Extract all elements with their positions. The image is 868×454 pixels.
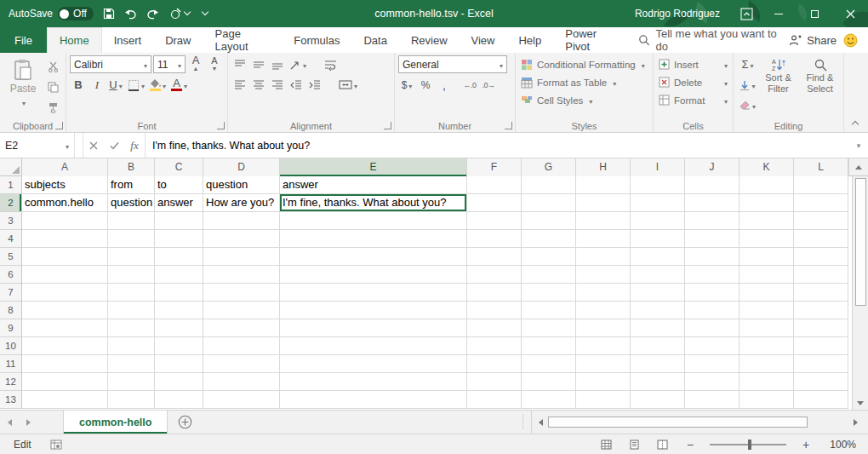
cell-I5[interactable] [631,248,685,266]
ribbon-tab-draw[interactable]: Draw [153,27,203,53]
redo-button[interactable] [146,4,160,23]
cell-H12[interactable] [576,373,631,391]
view-page-break-button[interactable] [654,436,671,453]
cell-L11[interactable] [794,355,848,373]
ribbon-display-options-button[interactable] [732,0,761,27]
cell-I10[interactable] [631,337,685,355]
touch-mouse-mode-button[interactable] [168,4,190,23]
cell-G4[interactable] [522,230,576,248]
cell-H13[interactable] [576,391,631,409]
comma-style-button[interactable]: , [436,76,453,94]
cell-G9[interactable] [522,319,576,337]
cell-G7[interactable] [522,284,576,302]
cell-B8[interactable] [108,302,155,319]
ribbon-tab-home[interactable]: Home [47,27,102,53]
formula-bar-gripper[interactable] [75,133,83,158]
collapse-ribbon-button[interactable] [848,117,863,129]
ribbon-tab-insert[interactable]: Insert [102,27,154,53]
formula-input[interactable]: I'm fine, thanks. What about you? [145,133,849,158]
cell-C5[interactable] [155,248,203,266]
cell-C4[interactable] [155,230,203,248]
cell-K11[interactable] [740,355,794,373]
cell-H2[interactable] [576,194,631,212]
cell-G3[interactable] [522,212,576,230]
cell-H4[interactable] [576,230,631,248]
cell-E13[interactable] [280,391,467,409]
cell-D8[interactable] [203,302,280,319]
column-header-H[interactable]: H [576,158,631,176]
paste-button[interactable]: Paste [3,55,43,118]
share-button[interactable]: Share [789,27,837,53]
cell-F4[interactable] [467,230,522,248]
cell-B6[interactable] [108,266,155,284]
close-button[interactable] [832,0,868,27]
name-box[interactable]: E2 [0,133,75,158]
cell-K7[interactable] [740,284,794,302]
cancel-button[interactable] [83,133,104,158]
cell-K2[interactable] [740,194,794,212]
cell-K8[interactable] [740,302,794,319]
cell-G13[interactable] [522,391,576,409]
cell-L4[interactable] [794,230,848,248]
cell-C8[interactable] [155,302,203,319]
row-header-7[interactable]: 7 [0,284,22,302]
undo-button[interactable] [124,4,138,23]
bold-button[interactable]: B [70,76,87,94]
fill-color-button[interactable] [148,76,168,94]
ribbon-tab-view[interactable]: View [460,27,507,53]
cell-I1[interactable] [631,176,685,194]
cell-C13[interactable] [155,391,203,409]
cell-J7[interactable] [685,284,740,302]
zoom-level[interactable]: 100% [825,439,856,451]
cell-A9[interactable] [22,319,108,337]
bottom-align-button[interactable] [269,55,286,73]
cell-L3[interactable] [794,212,848,230]
cell-B3[interactable] [108,212,155,230]
cell-C2[interactable]: answer [155,194,203,212]
cell-D12[interactable] [203,373,280,391]
cell-F13[interactable] [467,391,522,409]
middle-align-button[interactable] [250,55,267,73]
expand-formula-bar-button[interactable] [849,133,868,158]
cell-E5[interactable] [280,248,467,266]
cell-C1[interactable]: to [155,176,203,194]
cell-B4[interactable] [108,230,155,248]
cell-L5[interactable] [794,248,848,266]
format-cells-button[interactable]: Format [657,91,729,109]
cell-F3[interactable] [467,212,522,230]
cell-B13[interactable] [108,391,155,409]
cell-C9[interactable] [155,319,203,337]
hscroll-right-button[interactable] [848,411,863,434]
column-header-C[interactable]: C [155,158,203,176]
cell-J4[interactable] [685,230,740,248]
cell-L6[interactable] [794,266,848,284]
save-button[interactable] [102,4,116,23]
cell-E4[interactable] [280,230,467,248]
new-sheet-button[interactable] [168,411,202,434]
row-header-4[interactable]: 4 [0,230,22,248]
cell-K12[interactable] [740,373,794,391]
cell-B7[interactable] [108,284,155,302]
alignment-dialog-launcher[interactable] [384,122,391,129]
cell-A10[interactable] [22,337,108,355]
cell-E6[interactable] [280,266,467,284]
cell-D4[interactable] [203,230,280,248]
cell-B1[interactable]: from [108,176,155,194]
cell-C3[interactable] [155,212,203,230]
cell-B5[interactable] [108,248,155,266]
cell-J13[interactable] [685,391,740,409]
cell-E8[interactable] [280,302,467,319]
increase-font-size-button[interactable]: A▲ [187,55,204,73]
decrease-decimal-button[interactable]: .0→ [480,76,497,94]
cell-F8[interactable] [467,302,522,319]
align-center-button[interactable] [250,76,267,94]
number-format-select[interactable]: General [398,55,507,73]
cell-A4[interactable] [22,230,108,248]
cell-G1[interactable] [522,176,576,194]
cell-F5[interactable] [467,248,522,266]
hscroll-left-button[interactable] [534,411,548,434]
sheet-nav-left-button[interactable] [0,411,19,434]
cell-L8[interactable] [794,302,848,319]
cell-A8[interactable] [22,302,108,319]
maximize-button[interactable] [797,0,832,27]
